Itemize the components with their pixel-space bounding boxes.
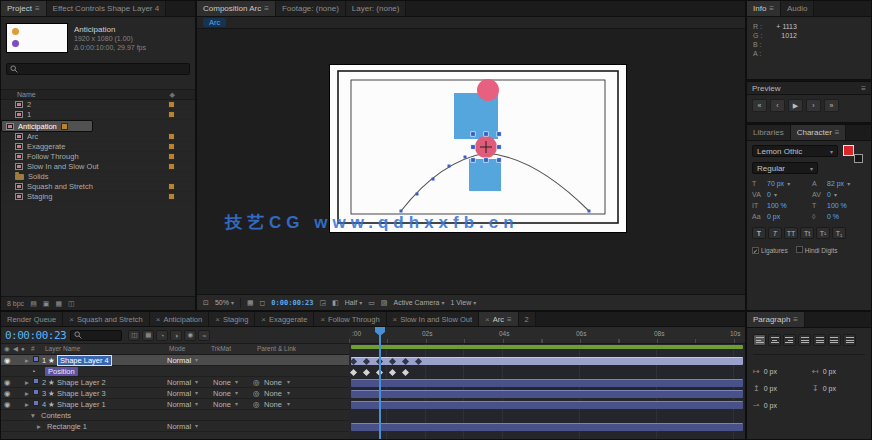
- property-name[interactable]: Position: [45, 367, 78, 376]
- project-item[interactable]: Squash and Stretch: [1, 182, 195, 192]
- label-swatch[interactable]: [61, 123, 68, 130]
- layer-duration-bar[interactable]: [351, 390, 743, 398]
- playhead[interactable]: [379, 327, 381, 439]
- shape-group-row[interactable]: ▸ Rectangle 1 Normal▾: [1, 421, 349, 432]
- property-row[interactable]: ◔ Position: [1, 366, 349, 377]
- tab-comp[interactable]: 2: [519, 312, 536, 326]
- current-time-display[interactable]: 0:00:00:23: [5, 329, 66, 342]
- time-ruler[interactable]: :00 02s 04s 06s 08s 10s: [349, 327, 745, 344]
- label-swatch[interactable]: [168, 101, 175, 108]
- name-column-header[interactable]: Name: [17, 91, 36, 98]
- label-swatch[interactable]: [168, 143, 175, 150]
- parent-dropdown[interactable]: None: [264, 400, 282, 409]
- layer-duration-bar[interactable]: [351, 423, 743, 431]
- parent-dropdown[interactable]: None: [264, 378, 282, 387]
- motion-blur-icon[interactable]: ◉: [184, 330, 196, 341]
- space-after-field[interactable]: ↧0 px: [812, 384, 865, 393]
- superscript-button[interactable]: T¹: [816, 227, 830, 239]
- project-item[interactable]: Slow In and Slow Out: [1, 162, 195, 172]
- baseline-shift-field[interactable]: Aa0 px: [752, 213, 806, 220]
- small-caps-button[interactable]: Tt: [800, 227, 814, 239]
- panel-menu-icon[interactable]: ≡: [507, 315, 512, 324]
- tab-comp[interactable]: ×Follow Through: [314, 312, 386, 326]
- eye-icon[interactable]: ◉: [4, 389, 11, 398]
- layer-row[interactable]: ◉ ▸ 3 ★ Shape Layer 3 Normal▾ None▾ ◎ No…: [1, 388, 349, 399]
- frame-blend-icon[interactable]: ◑: [170, 330, 182, 341]
- faux-italic-button[interactable]: T: [768, 227, 782, 239]
- track-row[interactable]: [349, 399, 745, 410]
- shape-group-name[interactable]: Rectangle 1: [47, 422, 87, 431]
- always-preview-icon[interactable]: ⊡: [203, 299, 209, 307]
- tab-comp[interactable]: ×Exaggerate: [255, 312, 314, 326]
- indent-right-field[interactable]: ↤0 px: [812, 367, 865, 376]
- panel-menu-icon[interactable]: ≡: [861, 84, 866, 93]
- project-item[interactable]: Exaggerate: [1, 142, 195, 152]
- label-chip[interactable]: [33, 356, 39, 362]
- view-layout-dropdown[interactable]: 1 View▾: [450, 299, 476, 306]
- tab-render-queue[interactable]: Render Queue: [1, 312, 63, 326]
- layer-name[interactable]: Shape Layer 2: [57, 378, 106, 387]
- first-frame-button[interactable]: «: [752, 99, 767, 112]
- tracking-field[interactable]: AV0▾: [812, 191, 866, 198]
- tsume-field[interactable]: ◊0 %: [812, 213, 866, 220]
- faux-bold-button[interactable]: T: [752, 227, 766, 239]
- group-row[interactable]: ▾ Contents: [1, 410, 349, 421]
- tab-layer[interactable]: Layer: (none): [346, 1, 407, 16]
- eye-icon[interactable]: ◉: [4, 345, 10, 353]
- stopwatch-icon[interactable]: ◔: [31, 367, 36, 376]
- justify-last-left-button[interactable]: [798, 334, 811, 346]
- tab-audio[interactable]: Audio: [781, 1, 814, 16]
- project-item-selected[interactable]: Anticipation: [1, 120, 93, 132]
- layer-duration-bar[interactable]: [351, 357, 743, 365]
- layer-row[interactable]: ◉ ▸ 4 ★ Shape Layer 1 Normal▾ None▾ ◎ No…: [1, 399, 349, 410]
- tab-comp[interactable]: ×Slow In and Slow Out: [387, 312, 479, 326]
- project-item[interactable]: 2: [1, 100, 195, 110]
- project-search-input[interactable]: [6, 63, 190, 75]
- grid-options-icon[interactable]: ▦: [247, 299, 254, 307]
- new-comp-icon[interactable]: ▣: [43, 300, 50, 308]
- number-column-header[interactable]: #: [31, 345, 35, 352]
- align-left-button[interactable]: [753, 334, 766, 346]
- font-style-dropdown[interactable]: Regular▾: [752, 162, 818, 174]
- close-tab-icon[interactable]: ×: [156, 315, 161, 324]
- label-chip[interactable]: [33, 389, 39, 395]
- mode-column-header[interactable]: Mode: [169, 345, 185, 352]
- font-family-dropdown[interactable]: Lemon Othic▾: [752, 145, 838, 157]
- audio-icon[interactable]: ◀: [13, 345, 18, 353]
- tab-paragraph[interactable]: Paragraph ≡: [747, 312, 805, 327]
- blend-mode-dropdown[interactable]: Normal: [167, 400, 191, 409]
- layer-name-edit-field[interactable]: Shape Layer 4: [57, 355, 112, 366]
- layer-name[interactable]: Shape Layer 1: [57, 400, 106, 409]
- tab-effect-controls[interactable]: Effect Controls Shape Layer 4: [47, 1, 167, 16]
- fill-color-swatch[interactable]: [843, 145, 854, 156]
- label-swatch[interactable]: [168, 183, 175, 190]
- label-chip[interactable]: [33, 400, 39, 406]
- solo-icon[interactable]: ●: [21, 345, 25, 352]
- vertical-scale-field[interactable]: IT100 %: [752, 202, 806, 209]
- keyframe-icon[interactable]: [389, 368, 396, 375]
- tab-comp[interactable]: ×Squash and Stretch: [63, 312, 150, 326]
- keyframe-icon[interactable]: [363, 368, 370, 375]
- hindi-digits-checkbox[interactable]: Hindi Digits: [796, 246, 838, 254]
- trkmat-dropdown[interactable]: None: [213, 400, 231, 409]
- next-frame-button[interactable]: ›: [806, 99, 821, 112]
- align-right-button[interactable]: [783, 334, 796, 346]
- close-tab-icon[interactable]: ×: [69, 315, 74, 324]
- leading-field[interactable]: A82 px▾: [812, 180, 866, 187]
- project-item-folder[interactable]: Solids: [1, 172, 195, 182]
- close-tab-icon[interactable]: ×: [215, 315, 220, 324]
- indent-left-field[interactable]: ↦0 px: [753, 367, 806, 376]
- parent-dropdown[interactable]: None: [264, 389, 282, 398]
- panel-menu-icon[interactable]: ≡: [35, 4, 40, 13]
- trkmat-dropdown[interactable]: None: [213, 378, 231, 387]
- ligatures-checkbox[interactable]: ✓Ligatures: [752, 247, 788, 254]
- viewer-timecode[interactable]: 0:00:00:23: [271, 299, 313, 307]
- stroke-color-swatch[interactable]: [854, 154, 863, 163]
- horizontal-scale-field[interactable]: T100 %: [812, 202, 866, 209]
- timeline-track-area[interactable]: :00 02s 04s 06s 08s 10s: [349, 327, 745, 439]
- parent-pickwhip-icon[interactable]: ◎: [253, 378, 260, 387]
- resolution-dropdown[interactable]: Half▾: [345, 299, 362, 306]
- blend-mode-dropdown[interactable]: Normal: [167, 356, 191, 365]
- label-swatch[interactable]: [168, 133, 175, 140]
- mini-flowchart-icon[interactable]: ◫: [128, 330, 140, 341]
